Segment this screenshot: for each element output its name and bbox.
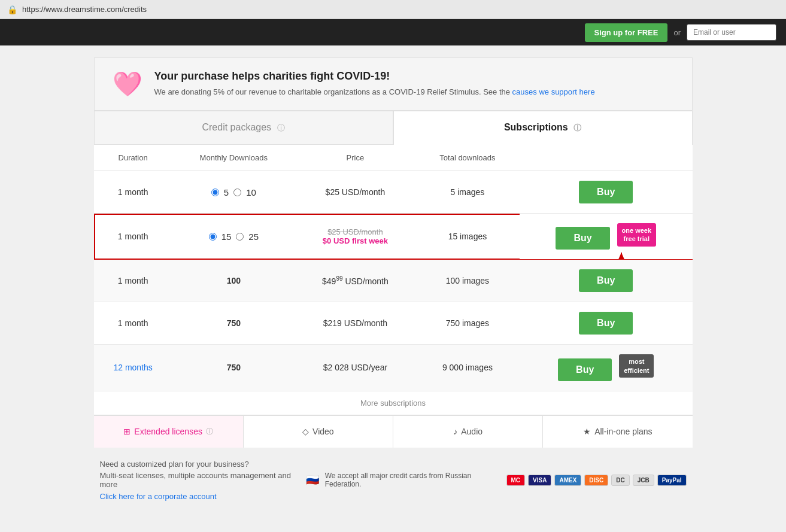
bottom-tab-extended-licenses[interactable]: ⊞ Extended licenses ⓘ <box>94 416 244 448</box>
row1-radio2[interactable] <box>233 189 241 196</box>
row4-price: $219 USD/month <box>295 302 415 345</box>
discover-icon: DISC <box>584 475 608 486</box>
row5-price: $2 028 USD/year <box>295 345 415 391</box>
row1-price: $25 USD/month <box>295 171 415 214</box>
row2-downloads: 15 25 <box>172 214 295 260</box>
table-row: 12 months 750 $2 028 USD/year 9 000 imag… <box>94 345 693 391</box>
russia-flag-icon: 🇷🇺 <box>306 473 319 487</box>
row1-buy-button[interactable]: Buy <box>579 181 633 203</box>
security-icon: 🔒 <box>7 5 17 14</box>
address-bar: 🔒 https://www.dreamstime.com/credits <box>0 0 786 19</box>
row3-buy-button[interactable]: Buy <box>579 269 633 292</box>
row3-price: $4999 USD/month <box>295 260 415 302</box>
row1-radio1[interactable] <box>211 189 219 196</box>
table-row: 1 month 100 $4999 USD/month 100 images B… <box>94 260 693 302</box>
row2-val1: 15 <box>221 232 232 242</box>
row4-total: 750 images <box>415 302 520 345</box>
row5-total: 9 000 images <box>415 345 520 391</box>
row3-action: Buy <box>520 260 693 302</box>
row5-action: Buy mostefficient <box>520 345 693 391</box>
row2-price-strike: $25 USD/month <box>301 227 409 236</box>
main-content: 🩷 Your purchase helps charities fight CO… <box>94 57 693 448</box>
row2-val2: 25 <box>248 232 259 242</box>
paypal-icon: PayPal <box>657 475 687 486</box>
footer-right: 🇷🇺 We accept all major credit cards from… <box>306 472 687 488</box>
row1-action: Buy <box>520 171 693 214</box>
grid-icon: ⊞ <box>123 427 131 436</box>
row5-downloads: 750 <box>172 345 295 391</box>
row1-total: 5 images <box>415 171 520 214</box>
audio-label: Audio <box>461 427 482 436</box>
row1-radio-group: 5 10 <box>178 187 289 197</box>
extended-licenses-info-icon[interactable]: ⓘ <box>206 427 213 437</box>
footer-line1: Need a customized plan for your business… <box>100 460 306 469</box>
bottom-tab-audio[interactable]: ♪ Audio <box>393 416 543 448</box>
row2-price-free: $0 USD first week <box>301 236 409 245</box>
causes-link[interactable]: causes we support here <box>512 87 595 96</box>
row1-val2: 10 <box>246 187 256 197</box>
allinone-label: All-in-one plans <box>594 427 653 436</box>
payment-icons: MC VISA AMEX DISC DC JCB PayPal <box>506 475 687 486</box>
covid-description: We are donating 5% of our revenue to cha… <box>154 86 595 98</box>
tab-subscriptions[interactable]: Subscriptions ⓘ <box>393 111 693 145</box>
footer-left: Need a customized plan for your business… <box>100 460 306 501</box>
diners-icon: DC <box>611 475 629 486</box>
top-navigation: Sign up for FREE or <box>0 19 786 45</box>
diamond-icon: ◇ <box>302 427 309 436</box>
row3-duration: 1 month <box>94 260 172 302</box>
row2-action: Buy one weekfree trial <box>520 214 693 260</box>
table-row-highlighted: 1 month 15 25 $25 USD/month $0 USD first… <box>94 214 693 260</box>
url-text: https://www.dreamstime.com/credits <box>22 5 147 14</box>
bottom-tab-video[interactable]: ◇ Video <box>244 416 393 448</box>
email-input[interactable] <box>687 24 776 41</box>
video-label: Video <box>312 427 334 436</box>
credit-info-icon[interactable]: ⓘ <box>277 123 285 132</box>
row2-buy-button[interactable]: Buy <box>556 227 609 250</box>
accept-text: We accept all major credit cards from Ru… <box>325 472 500 488</box>
col-price: Price <box>295 145 415 171</box>
subscriptions-table: Duration Monthly Downloads Price Total d… <box>94 145 693 391</box>
footer-line2: Multi-seat licenses, multiple accounts m… <box>100 471 306 489</box>
table-row: 1 month 5 10 $25 USD/month 5 images Buy <box>94 171 693 214</box>
tab-credit-packages[interactable]: Credit packages ⓘ <box>94 111 393 145</box>
footer: Need a customized plan for your business… <box>94 460 693 501</box>
mastercard-icon: MC <box>506 475 526 486</box>
or-separator: or <box>673 28 681 37</box>
star-icon: ★ <box>583 427 591 436</box>
row3-total: 100 images <box>415 260 520 302</box>
more-subscriptions-link[interactable]: More subscriptions <box>94 391 693 415</box>
row2-price: $25 USD/month $0 USD first week <box>295 214 415 260</box>
music-icon: ♪ <box>453 427 457 436</box>
row2-radio1[interactable] <box>209 233 217 241</box>
row3-downloads: 100 <box>172 260 295 302</box>
signup-button[interactable]: Sign up for FREE <box>585 23 668 42</box>
extended-licenses-label: Extended licenses <box>134 427 202 436</box>
row1-downloads: 5 10 <box>172 171 295 214</box>
table-row: 1 month 750 $219 USD/month 750 images Bu… <box>94 302 693 345</box>
row5-buy-button[interactable]: Buy <box>558 358 612 381</box>
trial-badge: one weekfree trial <box>617 223 657 247</box>
subscriptions-info-icon[interactable]: ⓘ <box>573 123 581 132</box>
row5-duration: 12 months <box>94 345 172 391</box>
main-tabs: Credit packages ⓘ Subscriptions ⓘ <box>94 111 693 145</box>
efficient-badge: mostefficient <box>619 354 654 378</box>
covid-banner: 🩷 Your purchase helps charities fight CO… <box>94 57 693 111</box>
heart-icon: 🩷 <box>113 70 142 98</box>
row4-buy-button[interactable]: Buy <box>579 312 633 335</box>
covid-text: Your purchase helps charities fight COVI… <box>154 70 595 98</box>
row4-downloads: 750 <box>172 302 295 345</box>
row2-total: 15 images <box>415 214 520 260</box>
covid-title: Your purchase helps charities fight COVI… <box>154 70 595 83</box>
col-monthly-downloads: Monthly Downloads <box>172 145 295 171</box>
row2-radio-group: 15 25 <box>178 232 289 242</box>
bottom-tabs: ⊞ Extended licenses ⓘ ◇ Video ♪ Audio ★ … <box>94 415 693 448</box>
corporate-account-link[interactable]: Click here for a corporate account <box>100 492 217 501</box>
jcb-icon: JCB <box>633 475 654 486</box>
row1-duration: 1 month <box>94 171 172 214</box>
bottom-tab-allinone[interactable]: ★ All-in-one plans <box>543 416 692 448</box>
col-total-downloads: Total downloads <box>415 145 520 171</box>
table-header-row: Duration Monthly Downloads Price Total d… <box>94 145 693 171</box>
visa-icon: VISA <box>528 475 551 486</box>
row2-radio2[interactable] <box>236 233 244 241</box>
row4-duration: 1 month <box>94 302 172 345</box>
